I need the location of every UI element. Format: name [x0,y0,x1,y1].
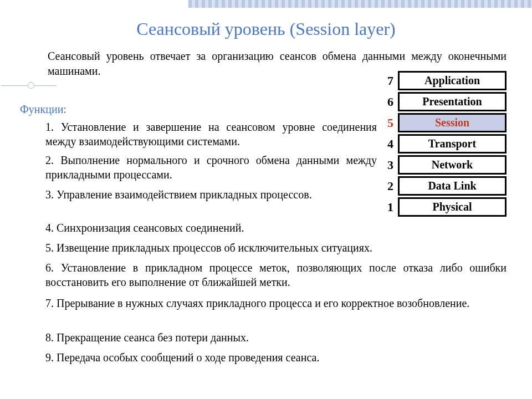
decorative-circle [28,82,34,89]
layer-name: Data Link [398,176,507,196]
layer-name: Presentation [398,92,507,111]
layer-number: 1 [381,200,398,214]
layer-number: 2 [381,179,398,193]
function-item-2: 2. Выполнение нормального и срочного обм… [45,153,377,182]
function-item-7: 7. Прерывание в нужных случаях прикладно… [45,296,507,310]
page-title: Сеансовый уровень (Session layer) [0,19,532,39]
function-item-4: 4. Синхронизация сеансовых соединений. [45,221,377,235]
layer-row-7: 7 Application [381,71,507,90]
layer-row-4: 4 Transport [381,134,507,154]
layer-name-highlighted: Session [398,113,507,132]
function-item-6: 6. Установление в прикладном процессе ме… [45,260,507,289]
function-item-3: 3. Управление взаимодействием прикладных… [45,187,377,202]
function-item-1: 1. Установление и завершение на сеансово… [45,120,377,149]
function-item-8: 8. Прекращение сеанса без потери данных. [45,330,507,345]
functions-heading: Функции: [20,103,66,116]
layer-row-5: 5 Session [381,113,507,132]
layer-number: 7 [381,74,398,88]
layer-name: Network [398,155,507,175]
layer-row-6: 6 Presentation [381,92,507,111]
layer-number: 5 [381,116,398,130]
osi-layers-table: 7 Application 6 Presentation 5 Session 4… [381,71,507,218]
layer-name: Application [398,71,507,90]
layer-number: 3 [381,158,398,172]
layer-number: 4 [381,137,398,151]
function-item-5: 5. Извещение прикладных процессов об иск… [45,241,507,255]
layer-row-2: 2 Data Link [381,176,507,196]
layer-row-1: 1 Physical [381,197,507,217]
function-item-9: 9. Передача особых сообщений о ходе пров… [45,350,507,365]
layer-row-3: 3 Network [381,155,507,175]
layer-name: Physical [398,197,507,217]
layer-name: Transport [398,134,507,154]
layer-number: 6 [381,95,398,109]
decorative-top-border [188,0,532,8]
